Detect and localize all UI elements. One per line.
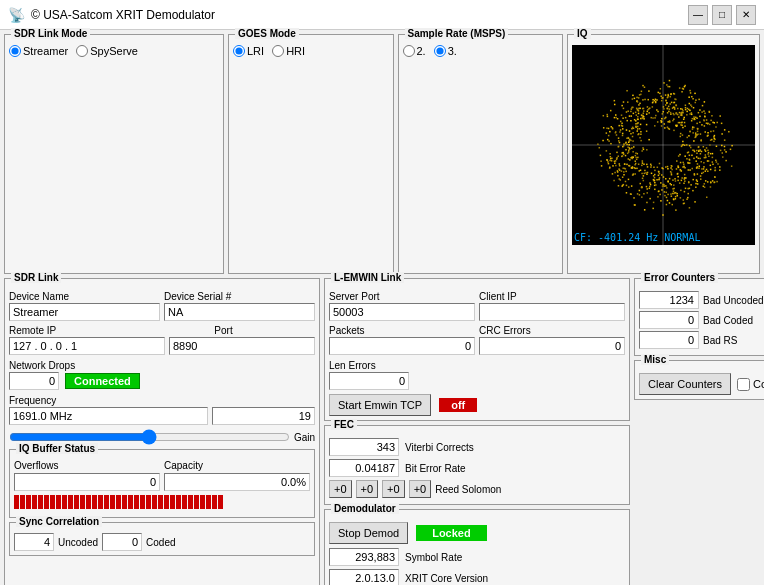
sdr-link-panel: SDR Link Device Name Device Serial # Rem… bbox=[4, 278, 320, 585]
capacity-input[interactable] bbox=[164, 473, 310, 491]
frequency-input[interactable] bbox=[9, 407, 208, 425]
streamer-radio[interactable] bbox=[9, 45, 21, 57]
overflows-label: Overflows bbox=[14, 460, 160, 471]
stop-demod-button[interactable]: Stop Demod bbox=[329, 522, 408, 544]
len-errors-input[interactable] bbox=[329, 372, 409, 390]
packets-header: Packets bbox=[329, 325, 475, 336]
close-button[interactable]: ✕ bbox=[736, 5, 756, 25]
symbol-rate-label: Symbol Rate bbox=[405, 552, 462, 563]
hri-option[interactable]: HRI bbox=[272, 45, 305, 57]
sdr-link-mode-title: SDR Link Mode bbox=[11, 28, 90, 39]
remote-ip-input[interactable] bbox=[9, 337, 165, 355]
sample-3-option[interactable]: 3. bbox=[434, 45, 457, 57]
sample-2-option[interactable]: 2. bbox=[403, 45, 426, 57]
lemwin-title: L-EMWIN Link bbox=[331, 272, 404, 283]
iq-buf-segment bbox=[68, 495, 73, 509]
iq-buf-segment bbox=[26, 495, 31, 509]
connection-status-badge: Connected bbox=[65, 373, 140, 389]
device-serial-input[interactable] bbox=[164, 303, 315, 321]
lri-option[interactable]: LRI bbox=[233, 45, 264, 57]
gain-label: Gain bbox=[294, 432, 315, 443]
xrit-version-label: XRIT Core Version bbox=[405, 573, 488, 584]
window-controls: — □ ✕ bbox=[688, 5, 756, 25]
remote-ip-header: Remote IP bbox=[9, 325, 210, 336]
iq-buf-segment bbox=[122, 495, 127, 509]
client-ip-input[interactable] bbox=[479, 303, 625, 321]
packets-input[interactable] bbox=[329, 337, 475, 355]
iq-buf-segment bbox=[182, 495, 187, 509]
sample-3-radio[interactable] bbox=[434, 45, 446, 57]
clear-counters-button[interactable]: Clear Counters bbox=[639, 373, 731, 395]
sample-rate-title: Sample Rate (MSPS) bbox=[405, 28, 509, 39]
iq-buf-segment bbox=[80, 495, 85, 509]
bit-error-rate-input[interactable] bbox=[329, 459, 399, 477]
start-emwin-button[interactable]: Start Emwin TCP bbox=[329, 394, 431, 416]
iq-buffer-bar bbox=[14, 495, 310, 511]
consol-checkbox-group[interactable]: Consol bbox=[737, 378, 764, 391]
rs-btn-1[interactable]: +0 bbox=[329, 480, 352, 498]
iq-buf-segment bbox=[44, 495, 49, 509]
consol-checkbox[interactable] bbox=[737, 378, 750, 391]
rs-btn-3[interactable]: +0 bbox=[382, 480, 405, 498]
crc-errors-input[interactable] bbox=[479, 337, 625, 355]
overflows-input[interactable] bbox=[14, 473, 160, 491]
port-header: Port bbox=[214, 325, 315, 336]
iq-buf-segment bbox=[74, 495, 79, 509]
uncoded-label: Uncoded bbox=[58, 537, 98, 548]
iq-buf-segment bbox=[200, 495, 205, 509]
server-port-input[interactable] bbox=[329, 303, 475, 321]
spyserve-option[interactable]: SpyServe bbox=[76, 45, 138, 57]
iq-buf-segment bbox=[206, 495, 211, 509]
symbol-rate-input[interactable] bbox=[329, 548, 399, 566]
streamer-option[interactable]: Streamer bbox=[9, 45, 68, 57]
device-name-input[interactable] bbox=[9, 303, 160, 321]
sample-2-radio[interactable] bbox=[403, 45, 415, 57]
minimize-button[interactable]: — bbox=[688, 5, 708, 25]
iq-buf-segment bbox=[134, 495, 139, 509]
bad-uncoded-input[interactable] bbox=[639, 291, 699, 309]
maximize-button[interactable]: □ bbox=[712, 5, 732, 25]
bad-rs-input[interactable] bbox=[639, 331, 699, 349]
iq-buf-segment bbox=[104, 495, 109, 509]
freq-fine-input[interactable] bbox=[212, 407, 315, 425]
app-icon: 📡 bbox=[8, 7, 25, 23]
iq-title: IQ bbox=[574, 28, 591, 39]
network-drops-label: Network Drops bbox=[9, 360, 75, 371]
iq-buf-segment bbox=[98, 495, 103, 509]
viterbi-label: Viterbi Corrects bbox=[405, 442, 474, 453]
lri-radio[interactable] bbox=[233, 45, 245, 57]
goes-mode-title: GOES Mode bbox=[235, 28, 299, 39]
capacity-label: Capacity bbox=[164, 460, 310, 471]
hri-radio[interactable] bbox=[272, 45, 284, 57]
lri-label: LRI bbox=[247, 45, 264, 57]
iq-buf-segment bbox=[116, 495, 121, 509]
spyserve-radio[interactable] bbox=[76, 45, 88, 57]
frequency-label: Frequency bbox=[9, 395, 56, 406]
sdr-link-mode-panel: SDR Link Mode Streamer SpyServe bbox=[4, 34, 224, 274]
iq-panel: IQ CF: -401.24 Hz NORMAL bbox=[567, 34, 760, 274]
bad-coded-label: Bad Coded bbox=[703, 315, 753, 326]
emwin-status-badge: off bbox=[439, 398, 477, 412]
rs-btn-4[interactable]: +0 bbox=[409, 480, 432, 498]
iq-buf-segment bbox=[218, 495, 223, 509]
iq-buf-segment bbox=[86, 495, 91, 509]
coded-input[interactable] bbox=[102, 533, 142, 551]
bad-coded-input[interactable] bbox=[639, 311, 699, 329]
bit-error-label: Bit Error Rate bbox=[405, 463, 466, 474]
app-title: © USA-Satcom XRIT Demodulator bbox=[31, 8, 688, 22]
iq-buf-segment bbox=[188, 495, 193, 509]
device-name-header: Device Name bbox=[9, 291, 160, 302]
iq-buffer-panel: IQ Buffer Status Overflows Capacity bbox=[9, 449, 315, 518]
rs-btn-2[interactable]: +0 bbox=[356, 480, 379, 498]
iq-buf-segment bbox=[32, 495, 37, 509]
port-input[interactable] bbox=[169, 337, 315, 355]
sample-rate-panel: Sample Rate (MSPS) 2. 3. bbox=[398, 34, 564, 274]
streamer-label: Streamer bbox=[23, 45, 68, 57]
uncoded-input[interactable] bbox=[14, 533, 54, 551]
error-counters-panel: Error Counters Bad Uncoded Bad Coded Bad… bbox=[634, 278, 764, 356]
network-drops-input[interactable] bbox=[9, 372, 59, 390]
viterbi-corrects-input[interactable] bbox=[329, 438, 399, 456]
error-counters-title: Error Counters bbox=[641, 272, 718, 283]
sample-2-label: 2. bbox=[417, 45, 426, 57]
locked-status-badge: Locked bbox=[416, 525, 487, 541]
